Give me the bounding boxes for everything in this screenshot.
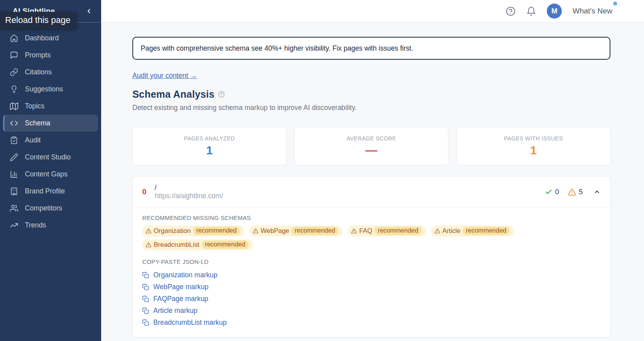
badge-tag: recommended (193, 227, 240, 235)
bell-icon (526, 6, 536, 16)
avatar[interactable]: M (547, 4, 562, 19)
sidebar: AI Sightline Reload this page Dashboard … (0, 0, 101, 341)
link-label: WebPage markup (153, 283, 209, 291)
trend-up-icon (10, 221, 18, 229)
page-subtitle: Detect existing and missing schema marku… (132, 104, 610, 112)
reload-tooltip: Reload this page (0, 12, 77, 29)
users-icon (10, 204, 18, 212)
schema-badge-article: Article recommended (431, 225, 514, 237)
badge-tag: recommended (463, 227, 509, 235)
bar-chart-icon (10, 170, 18, 178)
stat-card-average-score: AVERAGE SCORE — (294, 127, 448, 165)
sidebar-item-label: Audit (25, 136, 41, 144)
stat-label: AVERAGE SCORE (346, 135, 396, 142)
schema-badge-breadcrumblist: BreadcrumbList recommended (142, 239, 253, 250)
copy-article-markup-link[interactable]: Article markup (142, 305, 198, 316)
code-icon (10, 119, 18, 127)
sidebar-item-content-studio[interactable]: Content Studio (3, 149, 98, 166)
check-icon (545, 188, 552, 196)
sidebar-item-suggestions[interactable]: Suggestions (3, 81, 98, 98)
schema-badge-organization: Organization recommended (142, 225, 244, 237)
info-banner: Pages with comprehensive schema see 40%+… (132, 37, 610, 60)
link-icon (10, 68, 18, 76)
page-analysis-card: 0 / https://aisightline.com/ 0 5 (132, 176, 610, 337)
schema-badge-faq: FAQ recommended (348, 225, 426, 237)
sidebar-item-competitors[interactable]: Competitors (3, 200, 98, 217)
whats-new-link[interactable]: What's New (572, 7, 612, 15)
audit-content-link[interactable]: Audit your content → (132, 72, 197, 80)
notifications-button[interactable] (526, 6, 536, 16)
chevron-left-icon (85, 8, 92, 15)
stats-row: PAGES ANALYZED 1 AVERAGE SCORE — PAGES W… (132, 127, 610, 165)
stat-label: PAGES WITH ISSUES (504, 135, 563, 142)
sidebar-item-dashboard[interactable]: Dashboard (3, 30, 98, 47)
lightbulb-icon (10, 85, 18, 93)
page-score: 0 (142, 188, 147, 196)
stat-label: PAGES ANALYZED (184, 135, 235, 142)
stat-value: 1 (206, 144, 213, 157)
chevron-up-icon[interactable] (593, 188, 601, 195)
badge-tag: recommended (375, 227, 421, 235)
sidebar-item-trends[interactable]: Trends (3, 217, 98, 234)
sidebar-collapse-button[interactable] (85, 8, 92, 15)
warning-triangle-icon (146, 228, 151, 234)
missing-schema-badges: Organization recommended WebPage recomme… (142, 225, 553, 250)
sidebar-item-label: Competitors (25, 204, 62, 212)
copy-breadcrumblist-markup-link[interactable]: BreadcrumbList markup (142, 316, 227, 328)
sidebar-item-label: Trends (25, 221, 46, 229)
copy-faqpage-markup-link[interactable]: FAQPage markup (142, 293, 208, 305)
sidebar-item-topics[interactable]: Topics (3, 98, 98, 115)
link-label: BreadcrumbList markup (153, 318, 227, 327)
sidebar-item-schema[interactable]: Schema (3, 115, 98, 132)
warning-triangle-icon (253, 228, 258, 234)
help-button[interactable] (506, 6, 516, 16)
title-help-icon[interactable] (218, 91, 225, 98)
badge-tag: recommended (292, 227, 338, 235)
sidebar-nav: Dashboard Prompts Citations Suggestions … (0, 23, 101, 234)
copy-organization-markup-link[interactable]: Organization markup (142, 269, 217, 281)
link-label: Organization markup (153, 271, 217, 279)
page-identity: / https://aisightline.com/ (155, 184, 223, 200)
page-url: https://aisightline.com/ (155, 192, 223, 200)
sidebar-item-label: Suggestions (25, 85, 63, 93)
sidebar-item-label: Citations (25, 68, 52, 76)
sidebar-item-content-gaps[interactable]: Content Gaps (3, 166, 98, 183)
sidebar-item-label: Brand Profile (25, 187, 65, 195)
page-details: RECOMMENDED MISSING SCHEMAS Organization… (133, 208, 610, 337)
link-label: FAQPage markup (153, 295, 208, 303)
title-row: Schema Analysis (132, 89, 610, 100)
sidebar-item-citations[interactable]: Citations (3, 64, 98, 81)
page-title: Schema Analysis (132, 89, 215, 100)
jsonld-header: COPY-PASTE JSON-LD (142, 258, 601, 265)
missing-schemas-header: RECOMMENDED MISSING SCHEMAS (142, 214, 601, 221)
badge-name: Organization (154, 227, 191, 235)
copy-icon (142, 296, 149, 302)
badge-tag: recommended (202, 241, 249, 249)
clipboard-check-icon (10, 136, 18, 144)
copy-icon (142, 272, 149, 278)
chat-icon (10, 51, 18, 59)
banner-text: Pages with comprehensive schema see 40%+… (141, 44, 413, 53)
warning-triangle-icon (351, 228, 357, 234)
sidebar-item-brand-profile[interactable]: Brand Profile (3, 183, 98, 200)
topbar: M What's New (101, 0, 644, 23)
pass-count: 0 (555, 188, 559, 196)
home-icon (10, 34, 18, 42)
sidebar-item-label: Topics (25, 102, 45, 110)
page-row[interactable]: 0 / https://aisightline.com/ 0 5 (133, 176, 610, 207)
help-circle-icon (506, 6, 516, 16)
jsonld-links: Organization markup WebPage markup FAQPa… (142, 269, 601, 328)
sidebar-item-label: Dashboard (25, 34, 59, 42)
sidebar-item-prompts[interactable]: Prompts (3, 47, 98, 64)
sidebar-item-label: Content Gaps (25, 170, 68, 178)
badge-name: BreadcrumbList (154, 241, 200, 248)
warning-triangle-icon (146, 242, 151, 248)
warning-triangle-icon (568, 188, 576, 196)
stat-card-pages-with-issues: PAGES WITH ISSUES 1 (456, 127, 610, 165)
copy-webpage-markup-link[interactable]: WebPage markup (142, 281, 209, 293)
page-path: / (155, 184, 223, 192)
sidebar-item-audit[interactable]: Audit (3, 132, 98, 149)
sidebar-item-label: Content Studio (25, 153, 71, 161)
stat-value: 1 (530, 144, 537, 157)
schema-badge-webpage: WebPage recommended (249, 225, 343, 237)
